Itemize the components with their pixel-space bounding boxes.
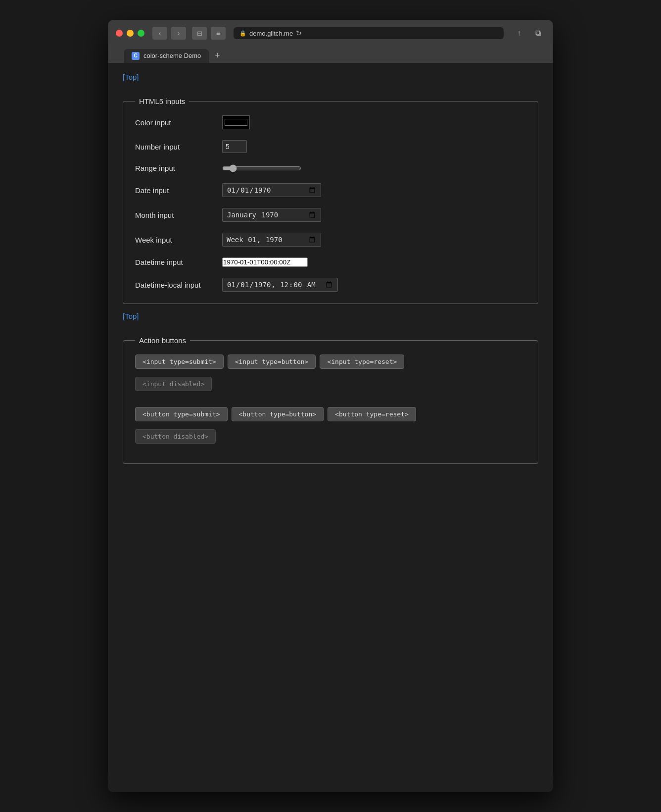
month-label: Month input bbox=[135, 211, 214, 219]
windows-button[interactable]: ⧉ bbox=[530, 27, 545, 40]
tab-favicon: C bbox=[132, 52, 140, 60]
forward-button[interactable]: › bbox=[171, 27, 186, 40]
number-input-container bbox=[222, 140, 247, 153]
datetime-local-label: Datetime-local input bbox=[135, 281, 214, 289]
tab-label: color-scheme Demo bbox=[143, 52, 201, 59]
color-label: Color input bbox=[135, 118, 214, 127]
sidebar-button[interactable]: ⊟ bbox=[192, 27, 207, 40]
close-button[interactable] bbox=[116, 30, 123, 37]
html5-legend: HTML5 inputs bbox=[135, 97, 189, 105]
input-reset-button[interactable]: <input type=reset> bbox=[320, 355, 404, 369]
range-input[interactable] bbox=[222, 164, 301, 172]
menu-button[interactable]: ≡ bbox=[211, 27, 226, 40]
button-buttons-group: <button type=submit> <button type=button… bbox=[135, 407, 526, 421]
button-submit-button[interactable]: <button type=submit> bbox=[135, 407, 228, 421]
date-label: Date input bbox=[135, 186, 214, 195]
datetime-local-input-row: Datetime-local input bbox=[135, 278, 526, 292]
page-content: [Top] HTML5 inputs Color input Number in… bbox=[108, 63, 553, 792]
datetime-input[interactable] bbox=[222, 257, 308, 267]
maximize-button[interactable] bbox=[138, 30, 144, 37]
share-button[interactable]: ↑ bbox=[512, 27, 526, 40]
date-input-row: Date input bbox=[135, 183, 526, 197]
week-input-row: Week input bbox=[135, 233, 526, 247]
month-input-row: Month input bbox=[135, 208, 526, 222]
address-bar[interactable]: 🔒 demo.glitch.me ↻ bbox=[234, 27, 504, 39]
reload-button[interactable]: ↻ bbox=[296, 29, 302, 37]
input-button-button[interactable]: <input type=button> bbox=[228, 355, 316, 369]
button-disabled-group: <button disabled> bbox=[135, 429, 526, 444]
range-input-row: Range input bbox=[135, 164, 526, 172]
color-input[interactable] bbox=[222, 115, 250, 129]
lock-icon: 🔒 bbox=[239, 30, 246, 37]
url-text: demo.glitch.me bbox=[249, 30, 293, 37]
input-disabled-group: <input disabled> bbox=[135, 377, 526, 391]
toolbar-right: ↑ ⧉ bbox=[512, 27, 545, 40]
back-button[interactable]: ‹ bbox=[152, 27, 167, 40]
minimize-button[interactable] bbox=[127, 30, 134, 37]
input-disabled-button: <input disabled> bbox=[135, 377, 212, 391]
top-link-2[interactable]: [Top] bbox=[123, 312, 139, 320]
button-button-button[interactable]: <button type=button> bbox=[232, 407, 324, 421]
title-bar: ‹ › ⊟ ≡ 🔒 demo.glitch.me ↻ ↑ ⧉ C color-s… bbox=[108, 20, 553, 63]
action-buttons-section: Action buttons <input type=submit> <inpu… bbox=[123, 336, 538, 464]
number-label: Number input bbox=[135, 143, 214, 151]
input-buttons-group: <input type=submit> <input type=button> … bbox=[135, 355, 526, 369]
number-input-row: Number input bbox=[135, 140, 526, 153]
month-input[interactable] bbox=[222, 208, 321, 222]
new-tab-button[interactable]: + bbox=[211, 49, 224, 63]
html5-inputs-section: HTML5 inputs Color input Number input Ra… bbox=[123, 97, 538, 304]
button-disabled-button: <button disabled> bbox=[135, 429, 216, 444]
input-submit-button[interactable]: <input type=submit> bbox=[135, 355, 224, 369]
datetime-label: Datetime input bbox=[135, 258, 214, 266]
color-input-row: Color input bbox=[135, 115, 526, 129]
week-label: Week input bbox=[135, 236, 214, 244]
range-label: Range input bbox=[135, 164, 214, 172]
top-link-1[interactable]: [Top] bbox=[123, 73, 139, 81]
active-tab[interactable]: C color-scheme Demo bbox=[124, 49, 209, 63]
tab-bar: C color-scheme Demo + bbox=[116, 45, 545, 63]
number-input[interactable] bbox=[222, 140, 247, 153]
datetime-input-row: Datetime input bbox=[135, 257, 526, 267]
action-legend: Action buttons bbox=[135, 336, 190, 345]
datetime-local-input[interactable] bbox=[222, 278, 338, 292]
button-reset-button[interactable]: <button type=reset> bbox=[328, 407, 416, 421]
week-input[interactable] bbox=[222, 233, 321, 247]
traffic-lights bbox=[116, 30, 144, 37]
date-input[interactable] bbox=[222, 183, 321, 197]
